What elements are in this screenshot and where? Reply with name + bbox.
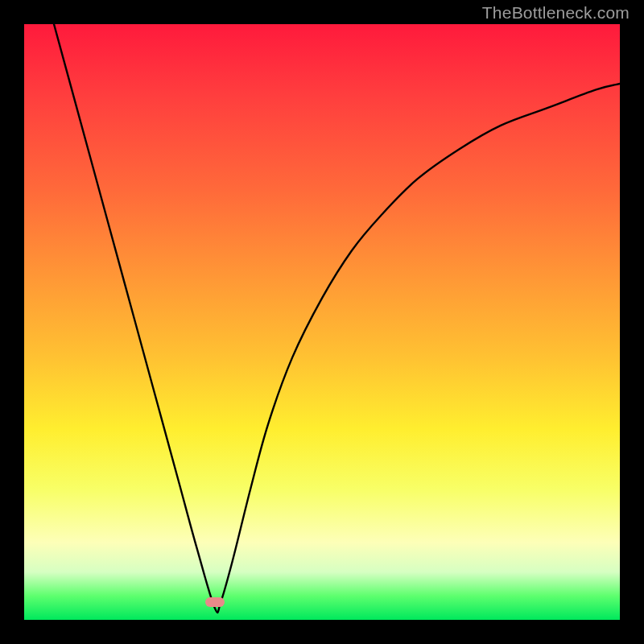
curve-svg bbox=[24, 24, 620, 620]
chart-frame: TheBottleneck.com bbox=[0, 0, 644, 644]
watermark-label: TheBottleneck.com bbox=[482, 3, 630, 23]
bottleneck-curve bbox=[54, 24, 620, 613]
plot-area bbox=[24, 24, 620, 620]
optimal-point-marker bbox=[205, 597, 225, 607]
